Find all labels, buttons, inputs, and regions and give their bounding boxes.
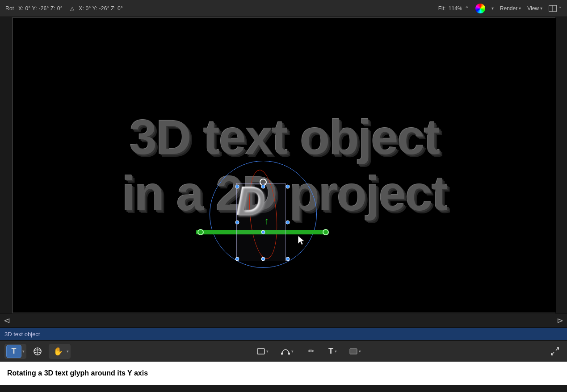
svg-line-11 [551,352,554,355]
text-line-2: in a 2D project [122,165,447,222]
caption: Rotating a 3D text glyph around its Y ax… [0,362,567,385]
glyph-bounding-box [236,183,286,261]
mask-tool-dropdown[interactable]: ▾ [347,347,364,356]
toolbar-right [547,345,563,358]
ctrl-dot-mr[interactable] [286,221,290,225]
toolbar-center: ▾ ▾ ✏ T ▾ ▾ [254,345,364,358]
render-button[interactable]: Render ▾ [500,5,521,12]
curve-tool-dropdown[interactable]: ▾ [278,346,296,357]
svg-point-7 [281,352,283,354]
text-type-chevron[interactable]: ▾ [335,349,337,354]
color-wheel-dropdown[interactable]: ▾ [491,6,494,11]
layout-button[interactable]: ⌃ [549,5,562,12]
ctrl-dot-bl[interactable] [235,257,239,261]
text-tool-chevron[interactable]: ▾ [22,349,25,354]
expand-button[interactable] [547,345,563,358]
cursor [298,236,306,246]
top-bar: Rot X: 0° Y: -26° Z: 0° △ X: 0° Y: -26° … [0,0,567,17]
ctrl-dot-br[interactable] [286,257,290,261]
layout-icon [549,5,557,12]
curve-icon [281,347,290,355]
ctrl-dot-bm[interactable] [261,257,265,261]
timeline-label-bar: 3D text object [0,328,567,340]
ctrl-dot-bar[interactable] [261,230,265,234]
viewer: 3D text object in a 2D project D [13,18,556,313]
viewer-wrapper: 3D text object in a 2D project D [12,17,555,313]
svg-line-10 [556,348,559,350]
shape-icon [257,348,265,354]
red-ellipse [246,169,280,260]
ctrl-dot-tl[interactable] [235,185,239,189]
green-bar[interactable] [196,230,326,234]
orbit-tool-button[interactable] [30,345,45,358]
ctrl-dot-tm[interactable] [261,185,265,189]
text-tool-group[interactable]: T ▾ [4,344,26,359]
timeline-start-marker: ⊲ [4,316,10,325]
view-button[interactable]: View ▾ [527,5,542,12]
mask-tool-chevron[interactable]: ▾ [359,349,361,354]
hand-tool-group[interactable]: ✋ ▾ [49,344,71,359]
curve-tool-chevron[interactable]: ▾ [291,349,294,354]
text-type-icon: T [328,346,333,356]
fit-label: Fit: 114% ⌃ [438,5,469,12]
timeline-end-marker: ⊳ [557,316,563,325]
shape-tool-dropdown[interactable]: ▾ [254,347,271,356]
bottom-toolbar: T ▾ ✋ ▾ ▾ [0,340,567,362]
text-line-1: 3D text object [130,109,439,166]
top-handle[interactable] [260,179,267,186]
rot-values: X: 0° Y: -26° Z: 0° [18,5,63,12]
timeline: ⊲ ⊳ [0,313,567,328]
glyph-overlay: D ↑ [201,156,344,281]
hand-tool-button[interactable]: ✋ [50,345,66,358]
green-circle-left[interactable] [197,229,204,235]
hand-tool-chevron[interactable]: ▾ [67,349,69,354]
ctrl-dot-tr[interactable] [286,185,290,189]
cursor-icon [298,236,306,246]
svg-point-8 [288,352,290,354]
delta-values: X: 0° Y: -26° Z: 0° [79,5,123,12]
rotation-info: Rot X: 0° Y: -26° Z: 0° △ X: 0° Y: -26° … [5,5,123,12]
svg-rect-6 [257,349,265,354]
bg-text: 3D text object in a 2D project [13,18,556,313]
svg-marker-2 [298,236,304,245]
svg-rect-9 [350,349,357,354]
caption-text: Rotating a 3D text glyph around its Y ax… [7,369,148,377]
timeline-clip-label: 3D text object [4,331,40,338]
d-glyph: D [236,179,265,225]
green-arrow-up: ↑ [265,215,269,227]
text-type-dropdown[interactable]: T ▾ [326,345,340,357]
orbit-icon [33,346,42,356]
ctrl-dot-ml[interactable] [235,221,239,225]
orbit-circle [210,161,317,268]
toolbar-left: T ▾ ✋ ▾ [4,344,71,359]
green-circle-right[interactable] [323,229,329,235]
mask-icon [349,348,357,354]
rot-label: Rot [5,5,14,12]
color-wheel[interactable] [475,4,485,13]
shape-tool-chevron[interactable]: ▾ [266,349,269,354]
top-bar-right: Fit: 114% ⌃ ▾ Render ▾ View ▾ ⌃ [438,4,562,13]
expand-icon [550,347,559,356]
text-tool-button[interactable]: T [6,345,21,358]
delta-label: △ [70,5,74,12]
draw-tool-button[interactable]: ✏ [303,345,319,358]
